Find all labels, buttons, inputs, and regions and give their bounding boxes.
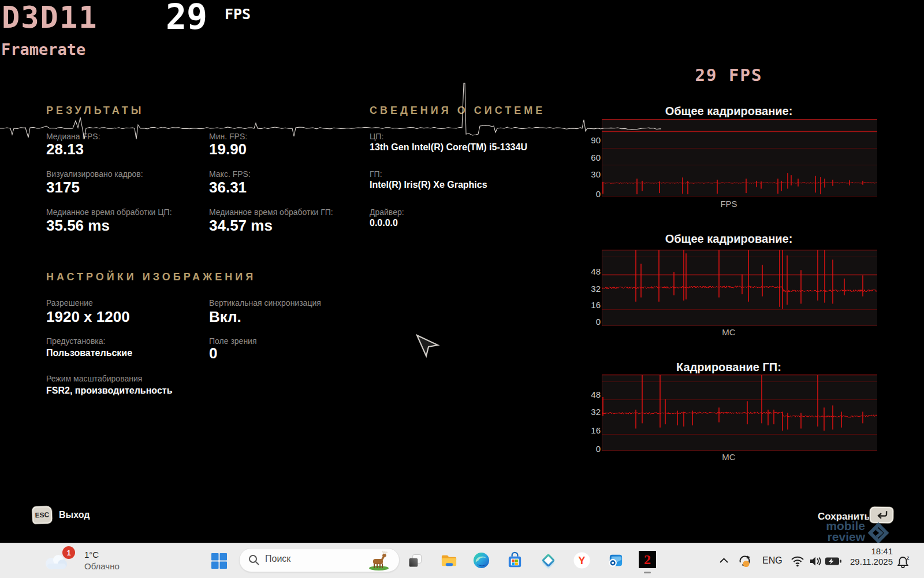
system-label: Драйвер: [370, 208, 404, 217]
box-app-icon[interactable] [539, 551, 557, 569]
overlay-api-label: D3D11 [2, 0, 98, 35]
watermark-logo-icon [865, 520, 892, 546]
y-axis-tick: 16 [575, 300, 601, 310]
language-indicator[interactable]: ENG [762, 555, 783, 566]
setting-value: 0 [209, 344, 217, 362]
system-value: Intel(R) Iris(R) Xe Graphics [370, 180, 487, 190]
chart-title: Общее кадрирование: [589, 232, 869, 246]
tray-time: 18:41 [841, 546, 893, 557]
edge-browser-icon[interactable] [472, 551, 490, 569]
setting-value: Вкл. [209, 308, 241, 326]
y-axis-tick: 0 [575, 189, 601, 199]
tray-date: 29.11.2025 [841, 557, 893, 567]
yandex-browser-icon[interactable]: Y [573, 551, 591, 569]
result-value: 35.56 ms [46, 217, 110, 235]
taskbar: 1 1°C Облачно Поиск [0, 543, 924, 578]
y-axis-tick: 32 [575, 407, 601, 417]
esc-key-button[interactable]: ESC [32, 506, 52, 524]
setting-label: Разрешение [46, 298, 93, 307]
running-app-indicator [644, 572, 651, 573]
clock[interactable]: 18:41 29.11.2025 [841, 546, 893, 567]
file-explorer-icon[interactable] [440, 551, 458, 569]
setting-value: FSR2, производительность [46, 386, 173, 396]
result-value: 34.57 ms [209, 217, 273, 235]
frametime-chart [602, 250, 877, 326]
game-app-icon[interactable]: 2 [639, 551, 656, 568]
notification-bell-dnd-icon[interactable]: z [896, 555, 910, 569]
svg-text:z: z [907, 555, 910, 561]
outlook-icon[interactable] [606, 551, 624, 569]
benchmark-screen: D3D11 29 FPS Framerate РЕЗУЛЬТАТЫ Медиан… [0, 0, 924, 578]
watermark: mobile review [768, 520, 865, 542]
y-axis-tick: 48 [575, 390, 601, 399]
search-highlight-deer-image [366, 550, 392, 571]
y-axis-tick: 0 [575, 317, 601, 327]
tray-chevron-up-icon[interactable] [719, 557, 729, 564]
start-button[interactable] [211, 553, 227, 569]
result-value: 36.31 [209, 179, 247, 197]
result-label: Медианное время обработки ЦП: [46, 208, 172, 217]
setting-label: Предустановка: [46, 336, 105, 346]
y-axis-tick: 60 [575, 153, 601, 162]
chart-xlabel: FPS [589, 199, 869, 209]
frametime-overlay-graph [0, 81, 670, 144]
result-value: 3175 [46, 179, 80, 197]
game-icon-glyph: 2 [644, 553, 651, 566]
result-label: Макс. FPS: [209, 169, 251, 179]
svg-text:Y: Y [578, 554, 585, 566]
search-input[interactable]: Поиск [239, 548, 400, 572]
watermark-text: review [768, 531, 865, 542]
y-axis-tick: 48 [575, 266, 601, 276]
result-label: Визуализировано кадров: [46, 169, 143, 179]
notification-badge: 1 [62, 546, 75, 559]
mouse-cursor [412, 334, 440, 358]
task-view-icon[interactable] [407, 553, 423, 569]
setting-value: Пользовательские [46, 348, 132, 358]
setting-label: Вертикальная синхронизация [209, 298, 321, 307]
chart-xlabel: МС [589, 327, 869, 337]
gpu-frametime-chart [602, 375, 877, 451]
chart-title: Кадрирование ГП: [589, 361, 869, 374]
speaker-icon[interactable] [808, 555, 822, 568]
enter-return-icon [874, 510, 888, 520]
sync-update-icon[interactable] [737, 554, 752, 569]
system-value: 0.0.0.0 [370, 218, 398, 228]
overlay-fps-unit: FPS [225, 6, 251, 23]
result-label: Медианное время обработки ГП: [209, 208, 333, 217]
setting-label: Режим масштабирования [46, 374, 142, 383]
overlay-metric-label: Framerate [1, 40, 85, 58]
weather-condition: Облачно [84, 561, 120, 571]
search-icon [248, 554, 260, 566]
exit-label[interactable]: Выход [59, 510, 90, 520]
y-axis-tick: 16 [575, 425, 601, 435]
y-axis-tick: 32 [575, 284, 601, 294]
overlay-fps-value: 29 [166, 0, 207, 37]
y-axis-tick: 30 [575, 169, 601, 179]
wifi-icon[interactable] [790, 555, 805, 567]
microsoft-store-icon[interactable] [506, 551, 524, 569]
weather-widget[interactable]: 1 1°C Облачно [40, 543, 167, 578]
search-placeholder: Поиск [265, 554, 290, 564]
chart-xlabel: МС [589, 452, 869, 462]
settings-heading: НАСТРОЙКИ ИЗОБРАЖЕНИЯ [46, 271, 256, 283]
system-label: ГП: [370, 169, 382, 179]
weather-temp: 1°C [84, 550, 99, 560]
battery-charging-icon[interactable] [825, 557, 842, 566]
setting-value: 1920 x 1200 [46, 308, 130, 326]
